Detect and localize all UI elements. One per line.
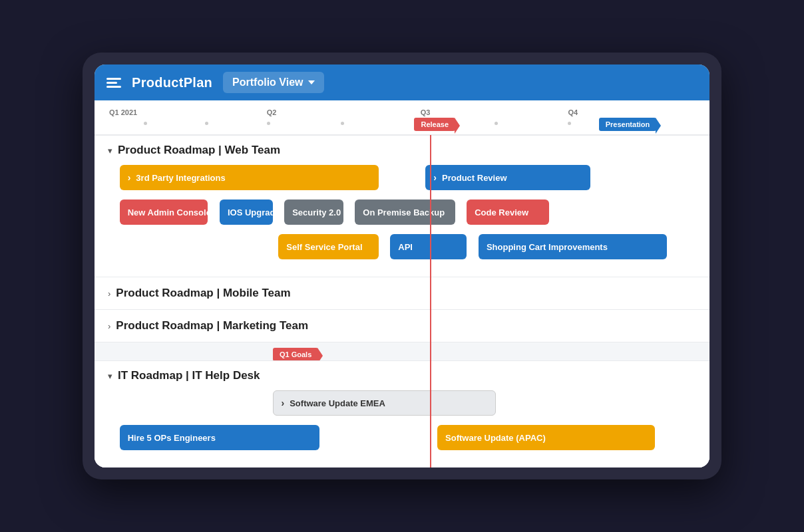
q1-goals-milestone: Q1 Goals — [273, 348, 318, 361]
presentation-milestone: Presentation — [599, 118, 657, 131]
bar-software-update-emea[interactable]: › Software Update EMEA — [273, 390, 497, 416]
bar-3rd-party[interactable]: › 3rd Party Integrations — [120, 165, 379, 190]
bar-label: Software Update EMEA — [290, 398, 385, 408]
timeline-dot — [341, 122, 344, 125]
quarter-q4: Q4 — [568, 108, 578, 116]
bar-label: IOS Upgrade — [228, 207, 273, 217]
bar-api[interactable]: API — [390, 234, 467, 259]
timeline-dot — [267, 122, 270, 125]
bar-expand-icon: › — [282, 398, 285, 408]
bar-label: API — [398, 242, 413, 252]
it-helpdesk-title: IT Roadmap | IT Help Desk — [118, 369, 260, 382]
bar-label: Software Update (APAC) — [445, 433, 546, 443]
portfolio-view-selector[interactable]: Portfolio View — [223, 72, 324, 93]
it-helpdesk-header[interactable]: ▾ IT Roadmap | IT Help Desk — [108, 369, 696, 382]
mobile-team-header[interactable]: › Product Roadmap | Mobile Team — [108, 287, 696, 300]
bar-code-review[interactable]: Code Review — [467, 200, 549, 225]
portfolio-view-label: Portfolio View — [232, 76, 303, 88]
collapse-chevron-icon: ▾ — [108, 146, 112, 156]
bar-self-service-portal[interactable]: Self Service Portal — [278, 234, 378, 259]
mobile-team-title: Product Roadmap | Mobile Team — [116, 287, 290, 300]
timeline-dot — [144, 122, 147, 125]
app-title: ProductPlan — [132, 75, 212, 90]
bar-product-review[interactable]: › Product Review — [425, 165, 590, 190]
quarter-q1: Q1 2021 — [109, 108, 137, 116]
gantt-row-3: Self Service Portal API Shopping Cart Im… — [108, 234, 696, 265]
expand-chevron-icon: › — [108, 289, 110, 299]
gantt-row-2: New Admin Console IOS Upgrade Security 2… — [108, 200, 696, 230]
bar-label: On Premise Backup — [363, 207, 445, 217]
expand-chevron-icon: › — [108, 321, 110, 331]
bar-label: Shopping Cart Improvements — [487, 242, 608, 252]
section-mobile-team[interactable]: › Product Roadmap | Mobile Team — [95, 277, 709, 309]
release-flag: Release — [414, 118, 455, 131]
section-web-team: ▾ Product Roadmap | Web Team › 3rd Party… — [95, 135, 709, 277]
bar-security-20[interactable]: Security 2.0 — [284, 200, 343, 225]
gantt-row-it-1: › Software Update EMEA — [108, 390, 696, 421]
gantt-row-it-2: Hire 5 OPs Engineers Software Update (AP… — [108, 425, 696, 456]
screen: ProductPlan Portfolio View Q1 2021 Q2 Q3… — [95, 65, 709, 467]
bar-expand-icon: › — [433, 172, 437, 183]
section-marketing-team[interactable]: › Product Roadmap | Marketing Team — [95, 309, 709, 342]
bar-label: New Admin Console — [128, 207, 208, 217]
marketing-team-header[interactable]: › Product Roadmap | Marketing Team — [108, 319, 696, 332]
marketing-team-title: Product Roadmap | Marketing Team — [116, 319, 308, 332]
bar-shopping-cart[interactable]: Shopping Cart Improvements — [479, 234, 667, 259]
bar-label: Hire 5 OPs Engineers — [128, 433, 216, 443]
device-frame: ProductPlan Portfolio View Q1 2021 Q2 Q3… — [83, 53, 721, 479]
bar-label: Self Service Portal — [286, 242, 362, 252]
web-team-header[interactable]: ▾ Product Roadmap | Web Team — [108, 144, 696, 157]
collapse-chevron-icon: ▾ — [108, 371, 112, 381]
presentation-flag: Presentation — [599, 118, 657, 131]
bar-new-admin-console[interactable]: New Admin Console — [120, 200, 208, 225]
timeline-dot — [568, 122, 571, 125]
bar-expand-icon: › — [128, 172, 131, 183]
bar-label: Security 2.0 — [292, 207, 341, 217]
q1-goals-flag: Q1 Goals — [273, 348, 318, 361]
bar-hire-ops[interactable]: Hire 5 OPs Engineers — [120, 425, 320, 450]
web-team-title: Product Roadmap | Web Team — [118, 144, 280, 157]
milestone-separator: Q1 Goals — [95, 342, 709, 360]
gantt-row-1: › 3rd Party Integrations › Product Revie… — [108, 165, 696, 196]
bar-on-premise-backup[interactable]: On Premise Backup — [355, 200, 455, 225]
quarter-q3: Q3 — [421, 108, 431, 116]
bar-software-update-apac[interactable]: Software Update (APAC) — [437, 425, 655, 450]
hamburger-menu-icon[interactable] — [106, 78, 121, 88]
bar-label: Product Review — [442, 173, 507, 183]
current-time-line — [430, 135, 431, 467]
quarter-q2: Q2 — [267, 108, 277, 116]
bar-ios-upgrade[interactable]: IOS Upgrade — [220, 200, 273, 225]
chevron-down-icon — [308, 80, 315, 84]
bar-label: 3rd Party Integrations — [136, 173, 225, 183]
section-it-helpdesk: ▾ IT Roadmap | IT Help Desk › Software U… — [95, 360, 709, 467]
timeline-dot — [205, 122, 208, 125]
app-header: ProductPlan Portfolio View — [95, 65, 709, 100]
timeline-dot — [495, 122, 498, 125]
release-milestone: Release — [414, 118, 455, 131]
bar-label: Code Review — [475, 207, 528, 217]
